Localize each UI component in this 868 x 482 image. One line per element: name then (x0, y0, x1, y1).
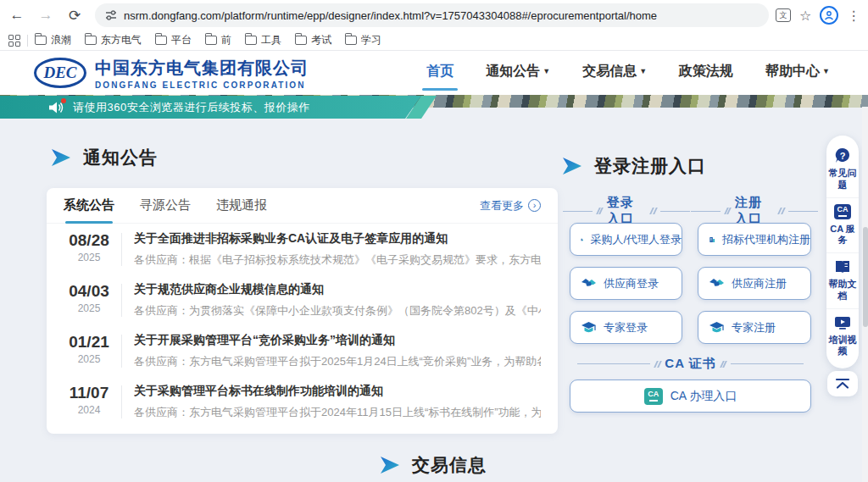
building-icon (581, 232, 583, 247)
bookmark-folder[interactable]: 考试 (295, 33, 331, 47)
building-icon (709, 232, 715, 247)
divider (121, 284, 122, 317)
folder-icon (85, 36, 97, 45)
ca-badge-icon: CA (644, 388, 663, 405)
entry-button-grid: 采购人/代理人登录 招标代理机构注册 供应商登录 (570, 223, 811, 344)
company-name-en: DONGFANG ELECTRIC CORPORATION (95, 80, 309, 90)
site-header: DEC 中国东方电气集团有限公司 DONGFANG ELECTRIC CORPO… (0, 51, 868, 95)
menu-kebab-icon[interactable]: ⋮ (847, 8, 860, 24)
screen: ← → ⟳ nsrm.dongfang.com/platform/runtime… (0, 0, 868, 482)
notice-item[interactable]: 04/03 2025 关于规范供应商企业规模信息的通知 各供应商：为贯彻落实《保… (47, 274, 558, 325)
caret-down-icon: ▼ (822, 67, 830, 75)
company-logo[interactable]: DEC 中国东方电气集团有限公司 DONGFANG ELECTRIC CORPO… (34, 57, 309, 90)
handshake-icon (581, 276, 597, 291)
back-to-top-icon (835, 378, 850, 390)
floating-rail: ? 常见问题 CA CA 服务 帮助文档 (826, 136, 859, 368)
bookmark-folder[interactable]: 学习 (345, 33, 381, 47)
ca-apply-button[interactable]: CA CA 办理入口 (570, 380, 811, 413)
dec-logo-oval: DEC (34, 58, 86, 88)
question-bubble-icon: ? (834, 147, 851, 164)
rail-ca-service[interactable]: CA CA 服务 (826, 197, 859, 253)
folder-icon (155, 36, 167, 45)
folder-icon (345, 36, 357, 45)
bookmarks-bar: 浪潮 东方电气 平台 前 工具 考试 学习 (0, 30, 868, 51)
alert-dot (61, 98, 66, 103)
rail-training-videos[interactable]: 培训视频 (826, 308, 859, 364)
graduation-cap-icon (709, 320, 725, 335)
expert-register-button[interactable]: 专家注册 (698, 311, 811, 344)
profile-avatar[interactable] (820, 6, 838, 25)
rail-help-docs[interactable]: 帮助文档 (826, 252, 859, 308)
reload-icon[interactable]: ⟳ (63, 3, 86, 27)
main-nav: 首页 通知公告▼ 交易信息▼ 政策法规 帮助中心▼ (426, 63, 830, 84)
nav-home[interactable]: 首页 (426, 63, 453, 84)
caret-down-icon: ▼ (639, 67, 647, 75)
scrollbar-thumb[interactable] (863, 227, 868, 327)
notice-date: 11/07 2024 (64, 384, 114, 420)
divider (27, 35, 28, 47)
divider (121, 233, 122, 266)
forward-icon[interactable]: → (34, 3, 58, 27)
scrollbar-track (862, 107, 868, 482)
tab-sourcing-notices[interactable]: 寻源公告 (140, 188, 191, 224)
expert-login-button[interactable]: 专家登录 (570, 311, 682, 344)
ca-subheader: CA 证书 (570, 356, 811, 372)
address-bar[interactable]: nsrm.dongfang.com/platform/runtime/epp/d… (95, 3, 769, 27)
bookmark-folder[interactable]: 浪潮 (35, 33, 71, 47)
section-arrow-icon (380, 456, 400, 474)
tab-system-notices[interactable]: 系统公告 (64, 188, 114, 224)
notice-date: 01/21 2025 (64, 333, 114, 369)
folder-icon (205, 36, 217, 45)
notice-title[interactable]: 关于规范供应商企业规模信息的通知 (134, 282, 541, 297)
notice-item[interactable]: 01/21 2025 关于开展采购管理平台“竞价采购业务”培训的通知 各供应商：… (47, 325, 558, 376)
notice-card: 系统公告 寻源公告 违规通报 查看更多 › 08/28 2025 关于全面推进非… (47, 188, 558, 434)
ribbon-text: 请使用360安全浏览器进行后续投标、报价操作 (73, 100, 310, 115)
translate-icon[interactable]: 文 (776, 8, 791, 22)
supplier-login-button[interactable]: 供应商登录 (570, 267, 682, 300)
bookmark-label: 工具 (261, 33, 281, 47)
bookmark-label: 东方电气 (101, 33, 142, 47)
notice-title[interactable]: 关于开展采购管理平台“竞价采购业务”培训的通知 (134, 333, 541, 348)
notice-title[interactable]: 关于全面推进非招标采购业务CA认证及电子签章应用的通知 (134, 231, 541, 247)
training-video-icon (834, 314, 851, 331)
nav-notices[interactable]: 通知公告▼ (486, 63, 550, 84)
folder-icon (295, 36, 307, 45)
nav-policies[interactable]: 政策法规 (679, 63, 733, 84)
agency-register-button[interactable]: 招标代理机构注册 (698, 223, 811, 256)
bookmark-folder[interactable]: 东方电气 (85, 33, 142, 47)
notice-date: 08/28 2025 (64, 231, 114, 268)
site-settings-icon (105, 9, 117, 21)
bookmark-folder[interactable]: 工具 (245, 33, 281, 47)
view-more-link[interactable]: 查看更多 › (480, 198, 541, 213)
person-icon (824, 10, 834, 20)
divider (121, 335, 122, 368)
rail-faq[interactable]: ? 常见问题 (826, 142, 859, 197)
back-icon[interactable]: ← (5, 3, 29, 27)
purchaser-login-button[interactable]: 采购人/代理人登录 (570, 223, 682, 256)
folder-icon (245, 36, 257, 45)
bookmark-star-icon[interactable]: ☆ (799, 8, 811, 24)
back-to-top-button[interactable] (827, 371, 858, 396)
caret-down-icon: ▼ (542, 67, 550, 75)
company-name-cn: 中国东方电气集团有限公司 (95, 57, 309, 80)
notice-item[interactable]: 08/28 2025 关于全面推进非招标采购业务CA认证及电子签章应用的通知 各… (47, 224, 558, 274)
apps-grid-icon[interactable] (8, 35, 20, 47)
notice-title[interactable]: 关于采购管理平台标书在线制作功能培训的通知 (134, 384, 541, 399)
supplier-register-button[interactable]: 供应商注册 (698, 267, 811, 300)
bookmark-folder[interactable]: 前 (205, 33, 231, 47)
speaker-icon (49, 102, 64, 114)
tab-violation-reports[interactable]: 违规通报 (216, 188, 267, 224)
section-arrow-icon (51, 148, 71, 167)
notice-item[interactable]: 11/07 2024 关于采购管理平台标书在线制作功能培训的通知 各供应商：东方… (47, 376, 558, 427)
notice-summary: 各供应商：东方电气采购管理平台拟于2024年11月15日上线“标书在线制作”功能… (134, 405, 541, 420)
nav-help-center[interactable]: 帮助中心▼ (765, 63, 830, 84)
ca-card-icon: CA (834, 203, 851, 220)
nav-trade-info[interactable]: 交易信息▼ (582, 63, 647, 84)
browser-toolbar: ← → ⟳ nsrm.dongfang.com/platform/runtime… (0, 0, 868, 30)
graduation-cap-icon (581, 320, 597, 335)
bookmark-folder[interactable]: 平台 (155, 33, 192, 47)
book-icon (834, 258, 851, 275)
bookmark-label: 平台 (171, 33, 192, 47)
divider (121, 385, 122, 418)
handshake-icon (709, 276, 725, 291)
